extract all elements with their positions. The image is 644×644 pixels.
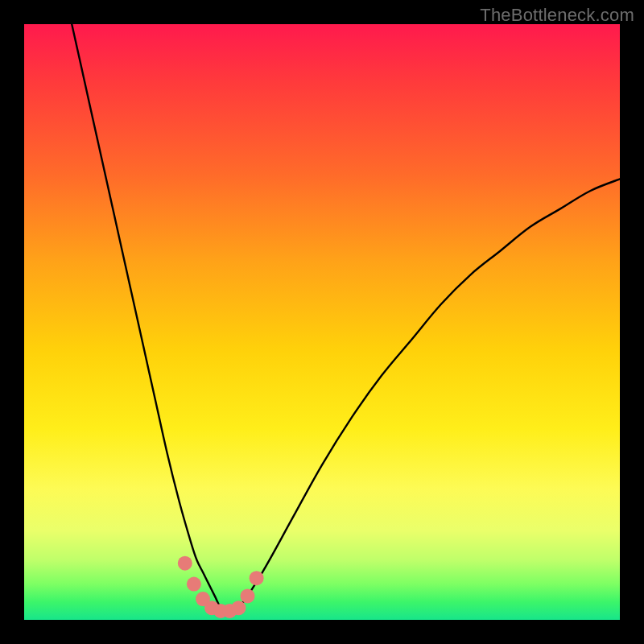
curve-marker [187,577,201,592]
curve-marker [178,556,192,571]
plot-area [24,24,620,620]
curve-marker [250,571,264,585]
curve-marker [231,601,246,615]
watermark-text: TheBottleneck.com [480,5,634,26]
bottleneck-curve [72,24,620,614]
bottleneck-curve-svg [24,24,620,620]
curve-markers [178,556,264,618]
curve-marker [241,588,255,603]
chart-frame: TheBottleneck.com [0,0,644,644]
